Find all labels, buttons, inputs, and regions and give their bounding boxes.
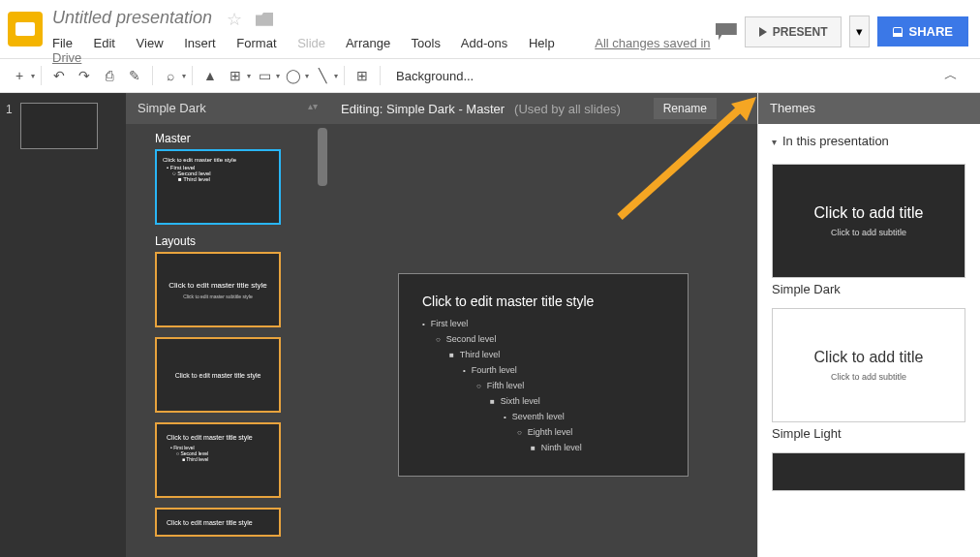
layout-thumbnail-3[interactable]: Click to edit master title style • First… <box>155 422 281 498</box>
folder-icon[interactable] <box>256 13 273 26</box>
rename-button[interactable]: Rename <box>654 98 717 119</box>
menu-help[interactable]: Help <box>529 36 555 50</box>
star-icon[interactable]: ☆ <box>227 9 242 30</box>
menu-edit[interactable]: Edit <box>94 36 115 50</box>
canvas-body[interactable]: Click to edit master title style First l… <box>329 124 757 557</box>
menu-slide: Slide <box>297 36 325 50</box>
menu-arrange[interactable]: Arrange <box>346 36 390 50</box>
theme-next[interactable] <box>772 452 965 491</box>
redo-icon[interactable]: ↷ <box>73 64 96 87</box>
scrollbar[interactable] <box>318 128 327 186</box>
share-button[interactable]: SHARE <box>877 16 968 46</box>
menu-view[interactable]: View <box>137 36 164 50</box>
image-icon[interactable]: ▭ <box>253 64 276 87</box>
theme-name-1: Simple Dark <box>772 282 966 296</box>
textbox-icon[interactable]: ⊞ <box>224 64 247 87</box>
menu-file[interactable]: File <box>52 36 73 50</box>
layout-thumbnail-4[interactable]: Click to edit master title style <box>155 508 281 537</box>
menu-insert[interactable]: Insert <box>184 36 216 50</box>
theme-name-2: Simple Light <box>772 426 966 441</box>
main-area: 1 Simple Dark ▴▾ Master Click to edit ma… <box>0 93 980 557</box>
select-icon[interactable]: ▲ <box>199 64 222 87</box>
canvas-area: Editing: Simple Dark - Master (Used by a… <box>329 93 757 557</box>
comments-icon[interactable] <box>716 23 737 41</box>
zoom-icon[interactable]: ⌕ <box>159 64 182 87</box>
master-thumbnail[interactable]: Click to edit master title style • First… <box>155 149 281 225</box>
layout-thumbnail-1[interactable]: Click to edit master title style Click t… <box>155 252 281 327</box>
slide-navigator: 1 <box>0 93 126 557</box>
master-panel-title: Simple Dark <box>138 101 206 116</box>
themes-panel: Themes In this presentation Click to add… <box>757 93 980 557</box>
themes-section[interactable]: In this presentation <box>758 124 980 158</box>
undo-icon[interactable]: ↶ <box>47 64 71 87</box>
close-icon[interactable]: ✕ <box>734 101 746 116</box>
canvas-header: Editing: Simple Dark - Master (Used by a… <box>329 93 757 124</box>
paint-icon[interactable]: ✎ <box>123 64 146 87</box>
master-panel-header: Simple Dark ▴▾ <box>126 93 329 124</box>
app-header: Untitled presentation ☆ File Edit View I… <box>0 0 980 58</box>
present-dropdown[interactable]: ▾ <box>849 15 870 47</box>
layouts-label: Layouts <box>155 234 329 248</box>
present-button[interactable]: PRESENT <box>745 16 842 47</box>
sort-icon[interactable]: ▴▾ <box>308 101 318 116</box>
themes-header: Themes <box>758 93 980 124</box>
slide-thumbnail[interactable] <box>20 103 98 149</box>
collapse-icon[interactable]: ︿ <box>939 64 963 87</box>
menu-bar: File Edit View Insert Format Slide Arran… <box>52 36 716 65</box>
slides-logo <box>8 12 43 46</box>
line-icon[interactable]: ╲ <box>311 64 334 87</box>
play-icon <box>759 27 767 37</box>
layout-thumbnail-2[interactable]: Click to edit master title style <box>155 337 281 413</box>
background-button[interactable]: Background... <box>386 69 483 83</box>
print-icon[interactable]: ⎙ <box>98 64 121 87</box>
master-slide-preview[interactable]: Click to edit master title style First l… <box>398 273 689 477</box>
master-panel: Simple Dark ▴▾ Master Click to edit mast… <box>126 93 329 557</box>
theme-simple-light[interactable]: Click to add title Click to add subtitle <box>772 308 965 422</box>
menu-format[interactable]: Format <box>236 36 276 50</box>
new-slide-icon[interactable]: + <box>8 64 31 87</box>
menu-addons[interactable]: Add-ons <box>461 36 507 50</box>
theme-simple-dark[interactable]: Click to add title Click to add subtitle <box>772 164 965 278</box>
menu-tools[interactable]: Tools <box>412 36 441 50</box>
shape-icon[interactable]: ◯ <box>282 64 305 87</box>
canvas-subtitle: (Used by all slides) <box>514 102 621 116</box>
lock-icon <box>893 27 903 37</box>
add-placeholder-icon[interactable]: ⊞ <box>351 64 374 87</box>
canvas-title: Editing: Simple Dark - Master <box>341 102 505 116</box>
preview-title[interactable]: Click to edit master title style <box>422 294 664 309</box>
slide-number: 1 <box>6 103 13 116</box>
master-label: Master <box>155 132 329 145</box>
doc-title[interactable]: Untitled presentation <box>52 8 212 28</box>
